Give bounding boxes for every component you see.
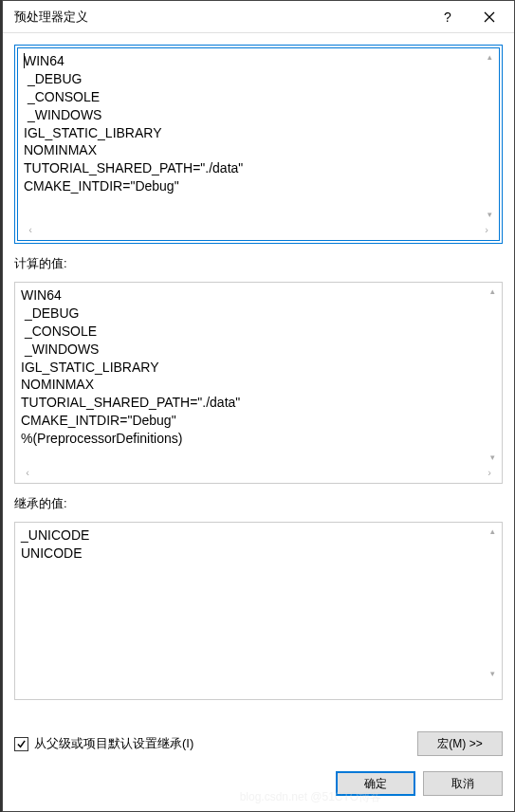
dialog-title: 预处理器定义 bbox=[14, 9, 432, 26]
titlebar: 预处理器定义 ? bbox=[3, 1, 514, 33]
definitions-text[interactable]: WIN64 _DEBUG _CONSOLE _WINDOWS IGL_STATI… bbox=[18, 48, 499, 221]
help-icon[interactable]: ? bbox=[432, 4, 463, 30]
computed-scrollbar-vertical[interactable]: ▴ ▾ bbox=[485, 285, 500, 464]
ok-button[interactable]: 确定 bbox=[336, 771, 415, 796]
scroll-left-icon[interactable]: ‹ bbox=[24, 223, 37, 236]
dialog-buttons-row: 确定 取消 bbox=[14, 769, 503, 802]
inherit-checkbox-row[interactable]: 从父级或项目默认设置继承(I) 宏(M) >> bbox=[14, 726, 503, 762]
titlebar-buttons: ? bbox=[432, 4, 505, 30]
computed-values-box: WIN64 _DEBUG _CONSOLE _WINDOWS IGL_STATI… bbox=[14, 282, 503, 484]
cancel-button[interactable]: 取消 bbox=[423, 771, 503, 796]
scroll-up-icon[interactable]: ▴ bbox=[483, 50, 496, 64]
inherited-label: 继承的值: bbox=[14, 495, 503, 512]
computed-scrollbar-horizontal[interactable]: ‹ › bbox=[17, 464, 500, 481]
definitions-editor-wrapper: WIN64 _DEBUG _CONSOLE _WINDOWS IGL_STATI… bbox=[14, 45, 503, 244]
inherit-checkbox[interactable] bbox=[14, 737, 28, 751]
scroll-right-icon[interactable]: › bbox=[480, 223, 493, 236]
inherited-scrollbar-vertical[interactable]: ▴ ▾ bbox=[485, 525, 500, 680]
editor-scrollbar-horizontal[interactable]: ‹ › bbox=[20, 221, 497, 238]
computed-text: WIN64 _DEBUG _CONSOLE _WINDOWS IGL_STATI… bbox=[15, 283, 502, 464]
preprocessor-definitions-dialog: 预处理器定义 ? WIN64 _DEBUG _CONSOLE _WINDOWS … bbox=[2, 0, 515, 812]
definitions-editor[interactable]: WIN64 _DEBUG _CONSOLE _WINDOWS IGL_STATI… bbox=[17, 47, 500, 241]
scroll-down-icon[interactable]: ▾ bbox=[486, 667, 499, 680]
scroll-down-icon[interactable]: ▾ bbox=[486, 451, 499, 464]
scroll-up-icon[interactable]: ▴ bbox=[486, 525, 499, 538]
scroll-right-icon[interactable]: › bbox=[483, 466, 496, 479]
scroll-up-icon[interactable]: ▴ bbox=[486, 285, 499, 298]
editor-scrollbar-vertical[interactable]: ▴ ▾ bbox=[482, 50, 497, 221]
inherit-checkbox-label: 从父级或项目默认设置继承(I) bbox=[34, 735, 193, 752]
scroll-left-icon[interactable]: ‹ bbox=[21, 466, 34, 479]
dialog-content: WIN64 _DEBUG _CONSOLE _WINDOWS IGL_STATI… bbox=[3, 33, 514, 811]
scroll-down-icon[interactable]: ▾ bbox=[483, 208, 496, 221]
computed-label: 计算的值: bbox=[14, 255, 503, 272]
macro-button[interactable]: 宏(M) >> bbox=[417, 731, 503, 756]
inherited-values-box: _UNICODE UNICODE ▴ ▾ bbox=[14, 522, 503, 700]
close-icon[interactable] bbox=[474, 4, 505, 30]
inherited-text: _UNICODE UNICODE bbox=[15, 523, 502, 699]
